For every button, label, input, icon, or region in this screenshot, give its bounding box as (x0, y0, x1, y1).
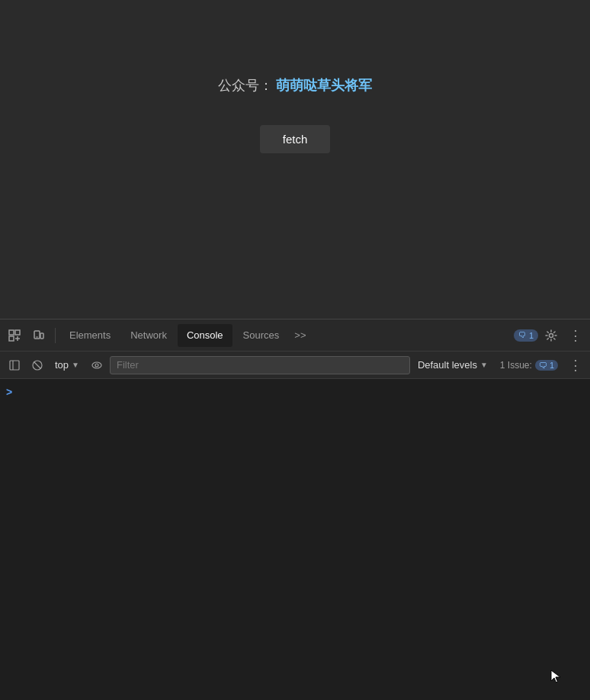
badge-count: 1 (529, 331, 534, 340)
console-more-icon: ⋮ (569, 357, 582, 374)
svg-point-13 (92, 362, 101, 368)
svg-point-14 (95, 364, 98, 367)
context-label: top (55, 359, 69, 371)
issue-badge-icon: 🗨 (539, 361, 547, 370)
dropdown-arrow-icon: ▼ (72, 361, 79, 369)
clear-console-button[interactable] (27, 355, 47, 375)
console-sub-toolbar: top ▼ Default levels ▼ 1 Issue: 🗨 1 (0, 352, 590, 379)
console-output: > (0, 379, 590, 700)
title-label: 公众号： (218, 76, 273, 95)
device-toolbar-button[interactable] (27, 324, 50, 347)
svg-rect-6 (40, 333, 43, 339)
badge-icon: 🗨 (518, 331, 526, 339)
fetch-button[interactable]: fetch (260, 125, 331, 153)
context-selector[interactable]: top ▼ (50, 357, 84, 373)
issues-badge[interactable]: 1 Issue: 🗨 1 (495, 358, 563, 372)
issue-count: 1 (550, 361, 554, 370)
tab-console[interactable]: Console (178, 324, 232, 347)
svg-rect-1 (15, 330, 20, 335)
live-expressions-button[interactable] (87, 355, 107, 375)
more-icon: ⋮ (569, 329, 582, 342)
filter-input[interactable] (110, 356, 410, 374)
more-tabs-button[interactable]: >> (290, 329, 310, 341)
svg-rect-0 (9, 330, 14, 335)
console-prompt: > (6, 382, 584, 401)
console-badge: 🗨 1 (514, 329, 538, 342)
inspect-icon-button[interactable] (3, 324, 26, 347)
prompt-arrow-icon: > (6, 386, 12, 398)
levels-dropdown-arrow-icon: ▼ (480, 361, 488, 369)
default-levels-label: Default levels (418, 359, 477, 371)
settings-button[interactable] (540, 324, 563, 347)
devtools-toolbar: Elements Network Console Sources >> 🗨 1 … (0, 319, 590, 352)
svg-rect-9 (10, 361, 19, 370)
issue-count-badge: 🗨 1 (535, 360, 558, 371)
more-options-button[interactable]: ⋮ (564, 324, 587, 347)
default-levels-button[interactable]: Default levels ▼ (413, 357, 492, 373)
svg-line-12 (34, 361, 41, 368)
toolbar-divider (55, 328, 56, 343)
devtools-panel: Elements Network Console Sources >> 🗨 1 … (0, 319, 590, 700)
title-highlight: 萌萌哒草头将军 (276, 76, 372, 95)
tab-sources[interactable]: Sources (234, 324, 289, 347)
tab-elements[interactable]: Elements (60, 324, 120, 347)
page-title: 公众号： 萌萌哒草头将军 (218, 76, 372, 95)
sidebar-toggle-button[interactable] (5, 355, 24, 375)
svg-rect-2 (9, 336, 14, 341)
page-area: 公众号： 萌萌哒草头将军 fetch (0, 0, 590, 319)
console-more-button[interactable]: ⋮ (566, 355, 585, 375)
issue-prefix: 1 Issue: (500, 360, 532, 371)
tab-network[interactable]: Network (121, 324, 176, 347)
svg-point-8 (550, 333, 553, 337)
